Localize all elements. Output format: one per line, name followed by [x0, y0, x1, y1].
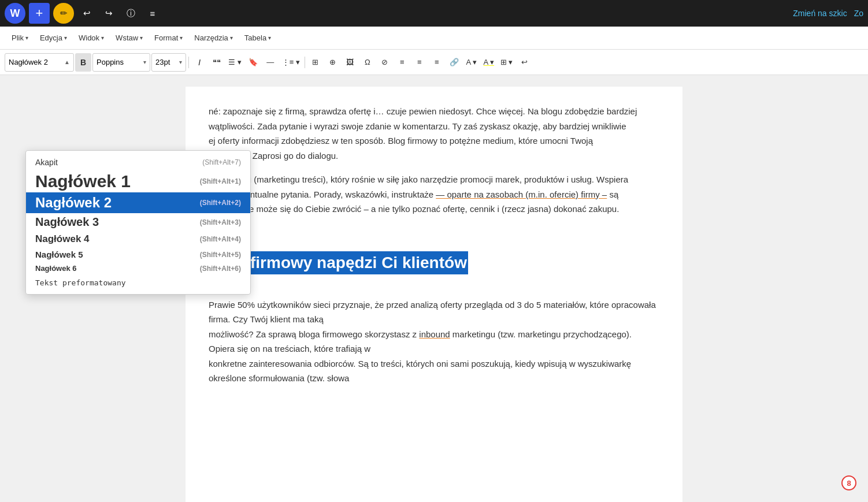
- menu-edycja[interactable]: Edycja ▾: [35, 31, 72, 44]
- menu-narzedzia[interactable]: Narzędzia ▾: [190, 31, 238, 44]
- para-2b-text: marketingu (marketingu treści), który ro…: [209, 174, 628, 184]
- grid-button[interactable]: ⊞ ▾: [498, 53, 515, 72]
- h4-shortcut: (Shift+Alt+4): [200, 235, 241, 243]
- dropdown-h4[interactable]: Nagłówek 4 (Shift+Alt+4): [26, 231, 250, 247]
- clear-format-button[interactable]: ⊘: [377, 53, 393, 72]
- h3-label: Nagłówek 3: [35, 215, 99, 229]
- h6-label: Nagłówek 6: [35, 264, 77, 273]
- h1-shortcut: (Shift+Alt+1): [200, 177, 241, 185]
- align-right-button[interactable]: ≡: [429, 53, 445, 72]
- pencil-button[interactable]: ✏: [53, 3, 74, 24]
- toolbar-undo-button[interactable]: ↩: [516, 53, 532, 72]
- size-selector[interactable]: 23pt ▾: [151, 53, 186, 72]
- plik-arrow: ▾: [25, 35, 28, 41]
- divider-1: [188, 57, 189, 68]
- widok-arrow: ▾: [101, 35, 104, 41]
- menu-wstaw[interactable]: Wstaw ▾: [111, 31, 147, 44]
- size-arrow: ▾: [179, 59, 182, 65]
- zo-label: Zo: [854, 9, 863, 18]
- style-dropdown: Akapit (Shift+Alt+7) Nagłówek 1 (Shift+A…: [25, 150, 251, 295]
- lines-button[interactable]: ≡: [143, 4, 162, 23]
- para-3-start: Prawie 50% użytkowników sieci przyznaje,…: [209, 300, 656, 325]
- narzedzia-arrow: ▾: [230, 35, 233, 41]
- style-label: Nagłówek 2: [9, 58, 48, 66]
- para-3-mid1: możliwość? Za sprawą bloga firmowego sko…: [209, 329, 419, 339]
- akapit-label: Akapit: [35, 158, 58, 167]
- dash-button[interactable]: —: [262, 53, 279, 72]
- badge-8: 8: [841, 475, 856, 490]
- h4-label: Nagłówek 4: [35, 233, 90, 245]
- dropdown-h2[interactable]: Nagłówek 2 (Shift+Alt+2): [26, 192, 250, 213]
- edycja-arrow: ▾: [64, 35, 67, 41]
- format-arrow: ▾: [180, 35, 183, 41]
- style-arrow: ▲: [64, 59, 70, 65]
- insert-button[interactable]: ⊕: [325, 53, 341, 72]
- h1-label: Nagłówek 1: [35, 172, 131, 191]
- para-block-2: marketingu (marketingu treści), który ro…: [209, 172, 659, 217]
- para-2e-text: są: [607, 189, 618, 199]
- dropdown-h1[interactable]: Nagłówek 1 (Shift+Alt+1): [26, 170, 250, 192]
- divider-2: [305, 57, 305, 68]
- toolbar: Nagłówek 2 ▲ B Poppins ▾ 23pt ▾ I ❝❝ ☰ ▾…: [0, 50, 868, 75]
- preformat-label: Tekst preformatowany: [35, 278, 126, 287]
- dropdown-h3[interactable]: Nagłówek 3 (Shift+Alt+3): [26, 213, 250, 231]
- para-block-3: Prawie 50% użytkowników sieci przyznaje,…: [209, 298, 659, 386]
- menu-bar: Plik ▾ Edycja ▾ Widok ▾ Wstaw ▾ Format ▾…: [0, 27, 868, 50]
- menu-widok[interactable]: Widok ▾: [74, 31, 109, 44]
- zmien-na-szkic-link[interactable]: Zmień na szkic: [793, 9, 847, 18]
- h2-shortcut: (Shift+Alt+2): [200, 199, 241, 207]
- content-area: né: zapoznaje się z firmą, sprawdza ofer…: [0, 75, 868, 502]
- numlist-button[interactable]: ⋮≡ ▾: [280, 53, 302, 72]
- align-left-button[interactable]: ≡: [394, 53, 410, 72]
- font-selector[interactable]: Poppins ▾: [92, 53, 150, 72]
- menu-plik[interactable]: Plik ▾: [7, 31, 33, 44]
- inbound-link[interactable]: inbound: [419, 329, 450, 339]
- h2-block: Blog firmowy napędzi Ci klientów: [209, 234, 659, 286]
- dropdown-akapit[interactable]: Akapit (Shift+Alt+7): [26, 154, 250, 170]
- editor-body: né: zapoznaje się z firmą, sprawdza ofer…: [186, 87, 682, 502]
- link-text-1[interactable]: — oparte na zasobach (m.in. ofercie) fir…: [436, 189, 607, 199]
- list-button[interactable]: ☰ ▾: [226, 53, 244, 72]
- h5-shortcut: (Shift+Alt+5): [200, 251, 241, 259]
- link-button[interactable]: 🔗: [446, 53, 462, 72]
- h5-label: Nagłówek 5: [35, 250, 83, 259]
- h3-shortcut: (Shift+Alt+3): [200, 218, 241, 226]
- wstaw-arrow: ▾: [140, 35, 143, 41]
- para-1-text: né: zapoznaje się z firmą, sprawdza ofer…: [209, 106, 637, 116]
- undo-button[interactable]: ↩: [77, 4, 96, 23]
- image-button[interactable]: 🖼: [342, 53, 358, 72]
- style-selector[interactable]: Nagłówek 2 ▲: [5, 53, 74, 72]
- size-label: 23pt: [155, 58, 170, 66]
- wp-logo[interactable]: W: [5, 3, 25, 24]
- dropdown-h5[interactable]: Nagłówek 5 (Shift+Alt+5): [26, 247, 250, 262]
- add-button[interactable]: +: [29, 3, 50, 24]
- h2-label: Nagłówek 2: [35, 195, 112, 211]
- dropdown-h6[interactable]: Nagłówek 6 (Shift+Alt+6): [26, 262, 250, 275]
- redo-button[interactable]: ↪: [99, 4, 118, 23]
- italic-button[interactable]: I: [191, 53, 207, 72]
- para-3-end: konkretne zainteresowania odbiorców. Są …: [209, 359, 631, 384]
- menu-format[interactable]: Format ▾: [150, 31, 187, 44]
- info-button[interactable]: ⓘ: [121, 4, 140, 23]
- h6-shortcut: (Shift+Alt+6): [200, 265, 241, 273]
- font-arrow: ▾: [143, 59, 146, 65]
- akapit-shortcut: (Shift+Alt+7): [202, 158, 241, 166]
- bold-button[interactable]: B: [75, 53, 91, 72]
- tabela-arrow: ▾: [268, 35, 271, 41]
- highlight-button[interactable]: A ▾: [481, 53, 497, 72]
- special-chars-button[interactable]: Ω: [359, 53, 376, 72]
- dropdown-preformat[interactable]: Tekst preformatowany: [26, 275, 250, 291]
- quote-button[interactable]: ❝❝: [209, 53, 225, 72]
- align-center-button[interactable]: ≡: [411, 53, 428, 72]
- para-block-1: né: zapoznaje się z firmą, sprawdza ofer…: [209, 104, 659, 163]
- table-insert-button[interactable]: ⊞: [307, 53, 324, 72]
- bookmark-button[interactable]: 🔖: [245, 53, 261, 72]
- top-bar: W + ✏ ↩ ↪ ⓘ ≡ Zmień na szkic Zo: [0, 0, 868, 27]
- top-right-actions: Zmień na szkic Zo: [793, 9, 863, 18]
- para-2f-text: esujesz i że może się do Ciebie zwrócić …: [209, 204, 619, 214]
- font-label: Poppins: [97, 58, 124, 66]
- menu-tabela[interactable]: Tabela ▾: [240, 31, 276, 44]
- para-1c-text: ej oferty informacji zdobędziesz w ten s…: [209, 136, 593, 146]
- text-color-button[interactable]: A ▾: [463, 53, 480, 72]
- para-1b-text: wątpliwości. Zada pytanie i wyrazi swoje…: [209, 121, 626, 131]
